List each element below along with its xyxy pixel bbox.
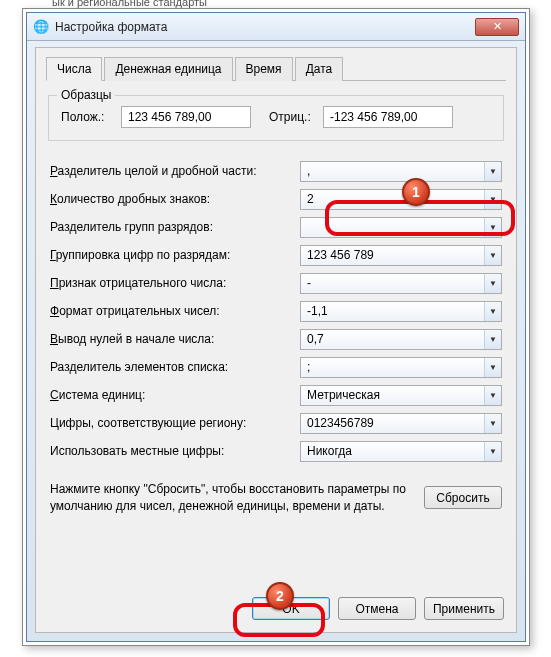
label-grouping: Группировка цифр по разрядам: [50,248,300,262]
combo-grouping[interactable]: 123 456 789▼ [300,245,502,266]
reset-text: Нажмите кнопку "Сбросить", чтобы восстан… [50,481,424,515]
client-area: Числа Денежная единица Время Дата Образц… [35,47,517,633]
row-digit-sub: Использовать местные цифры: Никогда▼ [50,437,502,465]
row-grouping: Группировка цифр по разрядам: 123 456 78… [50,241,502,269]
tab-date[interactable]: Дата [295,57,344,81]
close-icon: ✕ [493,20,502,33]
chevron-down-icon: ▼ [484,302,501,321]
apply-button[interactable]: Применить [424,597,504,620]
label-group-sep: Разделитель групп разрядов: [50,220,300,234]
combo-decimal-sep[interactable]: ,▼ [300,161,502,182]
row-native-digits: Цифры, соответствующие региону: 01234567… [50,409,502,437]
combo-decimal-sep-value: , [307,164,310,178]
background-fragment: ык и региональные стандарты [52,0,207,8]
positive-label: Полож.: [61,110,113,124]
combo-decimal-digits-value: 2 [307,192,314,206]
combo-native-digits-value: 0123456789 [307,416,374,430]
label-list-sep: Разделитель элементов списка: [50,360,300,374]
samples-row: Полож.: Отриц.: [61,106,491,128]
chevron-down-icon: ▼ [484,218,501,237]
combo-native-digits[interactable]: 0123456789▼ [300,413,502,434]
globe-icon: 🌐 [33,19,49,35]
reset-button[interactable]: Сбросить [424,486,502,509]
chevron-down-icon: ▼ [484,274,501,293]
row-decimal-sep: Разделитель целой и дробной части: ,▼ [50,157,502,185]
dialog-button-bar: OK Отмена Применить [252,597,504,620]
chevron-down-icon: ▼ [484,414,501,433]
label-measure: Система единиц: [50,388,300,402]
chevron-down-icon: ▼ [484,190,501,209]
samples-fieldset: Образцы Полож.: Отриц.: [48,95,504,141]
combo-measure-value: Метрическая [307,388,380,402]
combo-digit-sub[interactable]: Никогда▼ [300,441,502,462]
tab-time[interactable]: Время [235,57,293,81]
row-neg-format: Формат отрицательных чисел: -1,1▼ [50,297,502,325]
combo-list-sep-value: ; [307,360,310,374]
tab-numbers[interactable]: Числа [46,57,102,81]
combo-group-sep[interactable]: ▼ [300,217,502,238]
label-native-digits: Цифры, соответствующие региону: [50,416,300,430]
row-list-sep: Разделитель элементов списка: ;▼ [50,353,502,381]
combo-decimal-digits[interactable]: 2▼ [300,189,502,210]
negative-label: Отриц.: [269,110,315,124]
combo-neg-format-value: -1,1 [307,304,328,318]
settings-list: Разделитель целой и дробной части: ,▼ Ко… [46,157,506,465]
combo-neg-sign-value: - [307,276,311,290]
ok-button[interactable]: OK [252,597,330,620]
samples-legend: Образцы [57,88,115,102]
chevron-down-icon: ▼ [484,162,501,181]
chevron-down-icon: ▼ [484,386,501,405]
window-title: Настройка формата [55,20,475,34]
row-measure: Система единиц: Метрическая▼ [50,381,502,409]
label-decimal-sep: Разделитель целой и дробной части: [50,164,300,178]
label-digit-sub: Использовать местные цифры: [50,444,300,458]
label-neg-format: Формат отрицательных чисел: [50,304,300,318]
combo-list-sep[interactable]: ;▼ [300,357,502,378]
chevron-down-icon: ▼ [484,246,501,265]
negative-sample-input [323,106,453,128]
tab-content-numbers: Образцы Полож.: Отриц.: Разделитель цело… [46,81,506,515]
tabstrip: Числа Денежная единица Время Дата [46,56,506,81]
combo-digit-sub-value: Никогда [307,444,352,458]
dialog-window: 🌐 Настройка формата ✕ Числа Денежная еди… [26,12,526,642]
label-neg-sign: Признак отрицательного числа: [50,276,300,290]
combo-leading-zero-value: 0,7 [307,332,324,346]
chevron-down-icon: ▼ [484,330,501,349]
combo-measure[interactable]: Метрическая▼ [300,385,502,406]
row-neg-sign: Признак отрицательного числа: -▼ [50,269,502,297]
chevron-down-icon: ▼ [484,442,501,461]
positive-sample-input [121,106,251,128]
label-leading-zero: Вывод нулей в начале числа: [50,332,300,346]
combo-leading-zero[interactable]: 0,7▼ [300,329,502,350]
cancel-button[interactable]: Отмена [338,597,416,620]
combo-neg-sign[interactable]: -▼ [300,273,502,294]
combo-neg-format[interactable]: -1,1▼ [300,301,502,322]
tab-currency[interactable]: Денежная единица [104,57,232,81]
combo-grouping-value: 123 456 789 [307,248,374,262]
label-decimal-digits: Количество дробных знаков: [50,192,300,206]
row-leading-zero: Вывод нулей в начале числа: 0,7▼ [50,325,502,353]
row-group-sep: Разделитель групп разрядов: ▼ [50,213,502,241]
close-button[interactable]: ✕ [475,18,519,36]
titlebar: 🌐 Настройка формата ✕ [27,13,525,41]
row-decimal-digits: Количество дробных знаков: 2▼ [50,185,502,213]
chevron-down-icon: ▼ [484,358,501,377]
reset-area: Нажмите кнопку "Сбросить", чтобы восстан… [46,481,506,515]
